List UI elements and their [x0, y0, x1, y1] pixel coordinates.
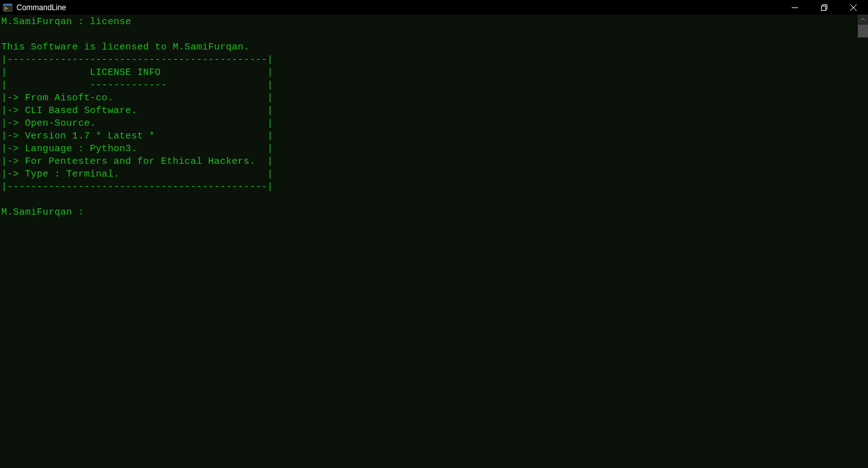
license-box-line: |-> Open-Source. | — [1, 118, 273, 129]
license-box-line: |-> From Aisoft-co. | — [1, 93, 273, 104]
license-box-underline: | ------------- | — [1, 80, 273, 91]
prompt-waiting: M.SamiFurqan : — [1, 207, 90, 218]
maximize-icon — [821, 4, 827, 11]
svg-rect-6 — [822, 6, 826, 10]
close-button[interactable] — [839, 0, 868, 15]
minimize-icon — [792, 4, 798, 11]
terminal-area[interactable]: M.SamiFurqan : license This Software is … — [0, 15, 868, 468]
license-box-bottom: |---------------------------------------… — [1, 182, 273, 192]
svg-rect-2 — [4, 7, 7, 8]
scrollbar-thumb[interactable] — [858, 25, 868, 37]
window-titlebar: CommandLine — [0, 0, 868, 15]
license-box-line: |-> CLI Based Software. | — [1, 105, 273, 116]
chevron-up-icon — [860, 17, 865, 22]
svg-rect-1 — [3, 4, 12, 6]
license-box-line: |-> Version 1.7 * Latest * | — [1, 131, 273, 142]
license-box-line: |-> Type : Terminal. | — [1, 169, 273, 180]
license-box-title: | LICENSE INFO | — [1, 67, 273, 78]
prompt-command-line: M.SamiFurqan : license — [1, 17, 132, 27]
close-icon — [850, 4, 857, 11]
svg-rect-4 — [4, 10, 6, 10]
license-box-top: |---------------------------------------… — [1, 55, 273, 65]
svg-rect-3 — [4, 8, 8, 9]
license-box-line: |-> For Pentesters and for Ethical Hacke… — [1, 156, 273, 167]
license-box-line: |-> Language : Python3. | — [1, 144, 273, 154]
window-controls — [780, 0, 868, 15]
minimize-button[interactable] — [780, 0, 810, 15]
terminal-content: M.SamiFurqan : license This Software is … — [1, 16, 868, 219]
license-header: This Software is licensed to M.SamiFurqa… — [1, 42, 250, 53]
app-icon — [3, 3, 13, 13]
maximize-button[interactable] — [810, 0, 839, 15]
titlebar-left: CommandLine — [3, 3, 66, 13]
window-title: CommandLine — [17, 3, 66, 12]
scrollbar-up-arrow[interactable] — [858, 15, 868, 25]
vertical-scrollbar[interactable] — [858, 15, 868, 468]
